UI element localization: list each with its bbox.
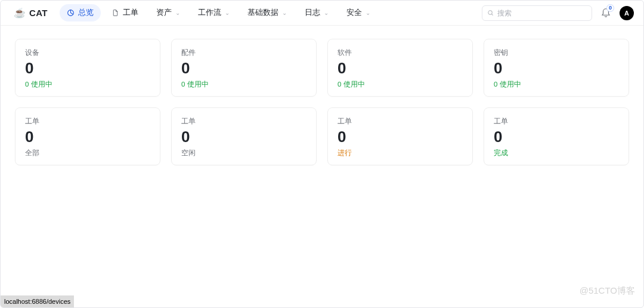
card-subtext: 完成 bbox=[494, 149, 619, 158]
stat-card[interactable]: 配件00 使用中 bbox=[171, 39, 317, 97]
search-input[interactable] bbox=[497, 9, 587, 17]
nav-item-1[interactable]: 工单 bbox=[104, 4, 145, 21]
nav-item-3[interactable]: 工作流⌄ bbox=[191, 4, 237, 21]
svg-point-1 bbox=[488, 11, 492, 14]
card-value: 0 bbox=[25, 59, 150, 78]
nav-item-5[interactable]: 日志⌄ bbox=[298, 4, 336, 21]
status-bar: localhost:6886/devices bbox=[1, 295, 74, 307]
card-title: 密钥 bbox=[494, 48, 619, 58]
watermark: @51CTO博客 bbox=[580, 285, 635, 297]
search-icon bbox=[487, 9, 494, 17]
nav-item-6[interactable]: 安全⌄ bbox=[339, 4, 377, 21]
file-icon bbox=[112, 9, 119, 17]
header: ☕ CAT 总览工单资产⌄工作流⌄基础数据⌄日志⌄安全⌄ 0 A bbox=[1, 1, 643, 26]
chevron-down-icon: ⌄ bbox=[225, 10, 230, 16]
logo[interactable]: ☕ CAT bbox=[14, 7, 48, 19]
card-title: 配件 bbox=[181, 48, 306, 58]
card-value: 0 bbox=[494, 128, 619, 146]
card-value: 0 bbox=[338, 128, 463, 146]
card-title: 软件 bbox=[338, 48, 463, 58]
card-title: 工单 bbox=[494, 116, 619, 127]
nav-item-0[interactable]: 总览 bbox=[60, 4, 101, 21]
nav-item-label: 资产 bbox=[156, 8, 172, 18]
status-url: localhost:6886/devices bbox=[4, 298, 70, 305]
card-title: 工单 bbox=[338, 116, 463, 127]
header-right: 0 A bbox=[482, 5, 634, 21]
main-nav: 总览工单资产⌄工作流⌄基础数据⌄日志⌄安全⌄ bbox=[60, 4, 377, 21]
chevron-down-icon: ⌄ bbox=[175, 10, 180, 16]
card-title: 设备 bbox=[25, 48, 150, 58]
chevron-down-icon: ⌄ bbox=[324, 10, 329, 16]
svg-line-2 bbox=[492, 14, 493, 16]
card-title: 工单 bbox=[181, 116, 306, 127]
card-subtext: 0 使用中 bbox=[338, 80, 463, 89]
card-value: 0 bbox=[338, 59, 463, 78]
logo-text: CAT bbox=[29, 8, 48, 18]
stat-card[interactable]: 工单0空闲 bbox=[171, 107, 317, 165]
card-subtext: 0 使用中 bbox=[181, 80, 306, 89]
card-value: 0 bbox=[25, 128, 150, 146]
nav-item-label: 总览 bbox=[78, 8, 94, 18]
nav-item-2[interactable]: 资产⌄ bbox=[149, 4, 187, 21]
chevron-down-icon: ⌄ bbox=[282, 10, 287, 16]
stat-card[interactable]: 软件00 使用中 bbox=[327, 39, 473, 97]
coffee-icon: ☕ bbox=[14, 7, 26, 19]
card-value: 0 bbox=[181, 59, 306, 78]
stat-card[interactable]: 密钥00 使用中 bbox=[484, 39, 629, 97]
stat-card[interactable]: 工单0进行 bbox=[327, 107, 473, 165]
card-subtext: 0 使用中 bbox=[494, 80, 619, 89]
card-subtext: 进行 bbox=[338, 149, 463, 158]
notifications-button[interactable]: 0 bbox=[600, 7, 611, 20]
search-box[interactable] bbox=[482, 5, 592, 21]
nav-item-label: 日志 bbox=[305, 8, 320, 18]
card-subtext: 全部 bbox=[25, 149, 150, 158]
stat-card[interactable]: 工单0全部 bbox=[15, 107, 160, 165]
dashboard-cards: 设备00 使用中配件00 使用中软件00 使用中密钥00 使用中工单0全部工单0… bbox=[1, 26, 643, 178]
card-value: 0 bbox=[181, 128, 306, 146]
nav-item-label: 安全 bbox=[346, 8, 362, 18]
card-subtext: 0 使用中 bbox=[25, 80, 150, 89]
card-subtext: 空闲 bbox=[181, 149, 306, 158]
nav-item-label: 工作流 bbox=[198, 8, 221, 18]
stat-card[interactable]: 工单0完成 bbox=[484, 107, 629, 165]
chevron-down-icon: ⌄ bbox=[366, 10, 370, 16]
notifications-count: 0 bbox=[606, 4, 614, 12]
pie-icon bbox=[67, 9, 75, 17]
nav-item-label: 基础数据 bbox=[247, 8, 278, 18]
card-title: 工单 bbox=[25, 116, 150, 127]
avatar[interactable]: A bbox=[620, 6, 634, 20]
stat-card[interactable]: 设备00 使用中 bbox=[15, 39, 160, 97]
nav-item-4[interactable]: 基础数据⌄ bbox=[240, 4, 294, 21]
card-value: 0 bbox=[494, 59, 619, 78]
nav-item-label: 工单 bbox=[123, 8, 138, 18]
